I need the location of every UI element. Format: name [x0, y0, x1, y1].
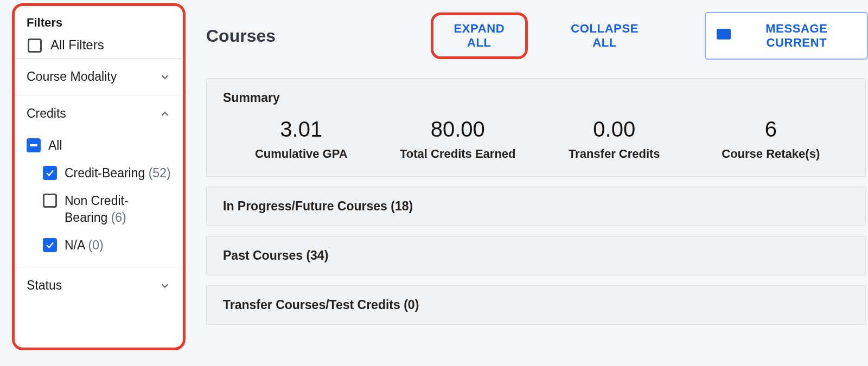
filter-group-modality-header[interactable]: Course Modality [15, 59, 183, 95]
filter-group-credits-header[interactable]: Credits [15, 95, 183, 132]
credits-non-credit-row[interactable]: Non Credit-Bearing (6) [27, 187, 171, 232]
stat-label: Course Retake(s) [698, 147, 844, 161]
expand-all-highlight: EXPAND ALL [431, 12, 528, 59]
summary-title: Summary [223, 91, 849, 105]
all-filters-label: All Filters [50, 37, 104, 53]
credits-all-row[interactable]: All [27, 132, 171, 159]
credits-na-checkbox[interactable] [43, 238, 57, 252]
credits-all-label: All [48, 137, 62, 154]
chevron-down-icon [159, 71, 171, 83]
filter-group-status: Status [15, 267, 183, 304]
chevron-down-icon [159, 280, 171, 292]
mail-icon [717, 29, 731, 43]
credits-non-credit-checkbox[interactable] [43, 194, 57, 208]
stat-course-retakes: 6 Course Retake(s) [693, 115, 850, 172]
section-past-courses[interactable]: Past Courses (34) [206, 236, 866, 275]
stat-value: 6 [698, 117, 844, 142]
expand-all-button[interactable]: EXPAND ALL [433, 15, 525, 56]
credits-all-checkbox[interactable] [27, 138, 41, 152]
all-filters-row[interactable]: All Filters [25, 36, 172, 58]
filter-group-credits: Credits All Credit-Bearing (52) [15, 95, 183, 267]
message-current-button[interactable]: MESSAGE CURRENT [705, 12, 868, 60]
stat-label: Transfer Credits [541, 147, 687, 161]
main-content: Courses EXPAND ALL COLLAPSE ALL MESSAGE … [188, 1, 868, 366]
filter-group-credits-label: Credits [27, 106, 66, 121]
stat-cumulative-gpa: 3.01 Cumulative GPA [223, 115, 380, 172]
collapse-all-button[interactable]: COLLAPSE ALL [551, 15, 659, 56]
section-past-title: Past Courses (34) [223, 248, 328, 262]
section-in-progress-title: In Progress/Future Courses (18) [223, 199, 413, 213]
filters-title: Filters [27, 16, 172, 30]
chevron-up-icon [159, 108, 171, 120]
stat-label: Total Credits Earned [385, 147, 531, 161]
stat-label: Cumulative GPA [228, 147, 374, 161]
filter-group-modality: Course Modality [15, 58, 183, 95]
message-current-label: MESSAGE CURRENT [738, 22, 855, 50]
credits-credit-bearing-label: Credit-Bearing (52) [65, 165, 171, 182]
stat-transfer-credits: 0.00 Transfer Credits [536, 115, 693, 172]
credits-credit-bearing-checkbox[interactable] [43, 166, 57, 180]
page-title: Courses [206, 26, 385, 46]
stat-value: 3.01 [228, 117, 374, 142]
filters-panel: Filters All Filters Course Modality Cred… [12, 3, 186, 350]
credits-na-row[interactable]: N/A (0) [27, 232, 171, 259]
section-transfer-courses[interactable]: Transfer Courses/Test Credits (0) [206, 285, 866, 325]
credits-na-label: N/A (0) [65, 237, 104, 254]
stat-value: 0.00 [541, 117, 687, 142]
credits-non-credit-label: Non Credit-Bearing (6) [65, 192, 171, 226]
section-transfer-title: Transfer Courses/Test Credits (0) [223, 298, 419, 312]
main-header: Courses EXPAND ALL COLLAPSE ALL MESSAGE … [206, 12, 868, 60]
stat-value: 80.00 [385, 117, 531, 142]
filter-group-status-header[interactable]: Status [15, 267, 183, 304]
stat-total-credits: 80.00 Total Credits Earned [380, 115, 537, 172]
summary-panel: Summary 3.01 Cumulative GPA 80.00 Total … [206, 78, 866, 177]
filter-group-modality-label: Course Modality [27, 69, 117, 84]
credits-credit-bearing-row[interactable]: Credit-Bearing (52) [27, 159, 171, 187]
section-in-progress[interactable]: In Progress/Future Courses (18) [206, 187, 866, 226]
all-filters-checkbox[interactable] [28, 38, 42, 53]
filter-group-status-label: Status [27, 278, 62, 293]
